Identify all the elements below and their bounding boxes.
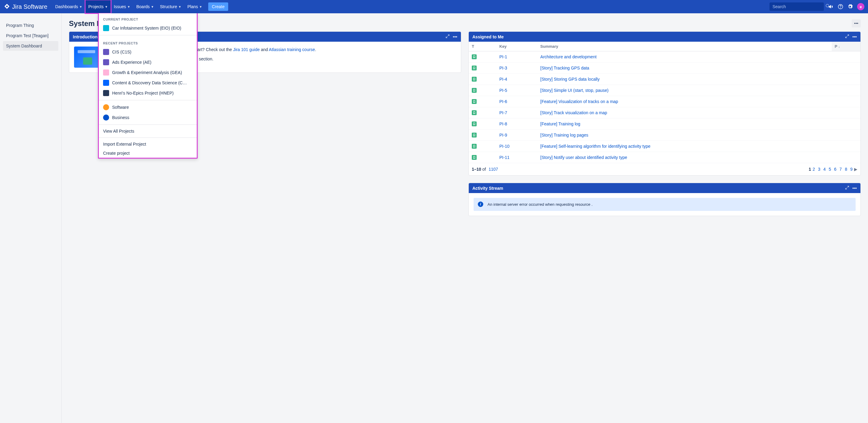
dropdown-project-item[interactable]: Growth & Experiment Analysis (GEA) bbox=[99, 67, 197, 78]
expand-icon[interactable] bbox=[845, 186, 849, 191]
issue-summary-link[interactable]: [Story] Training log pages bbox=[540, 133, 588, 137]
error-text: An internal server error occurred when r… bbox=[488, 202, 593, 207]
sidebar-item-system-dashboard[interactable]: System Dashboard bbox=[3, 41, 58, 51]
table-row: PI-8[Feature] Training log bbox=[469, 119, 861, 130]
issue-summary-link[interactable]: [Feature] Visualization of tracks on a m… bbox=[540, 99, 618, 104]
issue-key-link[interactable]: PI-8 bbox=[499, 122, 507, 126]
issue-summary-link[interactable]: [Story] Tracking GPS data bbox=[540, 66, 589, 70]
issue-summary-link[interactable]: [Feature] Self-learning algorithm for id… bbox=[540, 144, 650, 149]
sidebar: Program Thing Program Test [Teagan] Syst… bbox=[0, 13, 62, 423]
dropdown-project-item[interactable]: Ads Experience (AE) bbox=[99, 57, 197, 67]
search-input[interactable] bbox=[773, 4, 826, 9]
dropdown-action-item[interactable]: Create project bbox=[99, 149, 197, 158]
chevron-down-icon: ▼ bbox=[79, 5, 82, 8]
dots-icon: ••• bbox=[854, 21, 858, 26]
more-button[interactable]: ••• bbox=[852, 19, 861, 28]
chevron-down-icon: ▼ bbox=[151, 5, 154, 8]
dropdown-project-item[interactable]: CIS (C1S) bbox=[99, 47, 197, 57]
story-icon bbox=[472, 133, 476, 137]
issue-key-link[interactable]: PI-4 bbox=[499, 77, 507, 82]
page-current: 1 bbox=[809, 167, 811, 172]
issue-summary-link[interactable]: [Feature] Training log bbox=[540, 122, 580, 126]
megaphone-icon[interactable] bbox=[828, 4, 834, 9]
jira-101-link[interactable]: Jira 101 guide bbox=[233, 47, 259, 52]
col-key[interactable]: Key bbox=[496, 42, 537, 52]
project-avatar-icon bbox=[103, 49, 109, 55]
nav-issues[interactable]: Issues▼ bbox=[111, 0, 133, 13]
issue-key-link[interactable]: PI-11 bbox=[499, 155, 509, 160]
issue-key-link[interactable]: PI-3 bbox=[499, 66, 507, 70]
avatar[interactable]: e bbox=[857, 3, 864, 10]
dropdown-project-item[interactable]: Henri's No-Epics Project (HNEP) bbox=[99, 88, 197, 98]
dropdown-item-label: CIS (C1S) bbox=[112, 50, 131, 54]
table-row: PI-10[Feature] Self-learning algorithm f… bbox=[469, 141, 861, 152]
assigned-panel: Assigned to Me ••• T Key Summary P ↓ bbox=[468, 31, 861, 175]
next-page-icon[interactable]: ▶ bbox=[854, 167, 858, 172]
issue-summary-link[interactable]: Architecture and development bbox=[540, 54, 597, 59]
sidebar-item-program-test[interactable]: Program Test [Teagan] bbox=[3, 31, 58, 40]
dropdown-action-item[interactable]: Import External Project bbox=[99, 139, 197, 149]
dots-icon[interactable]: ••• bbox=[852, 34, 857, 39]
col-summary[interactable]: Summary bbox=[537, 42, 832, 52]
dropdown-item-label: Ads Experience (AE) bbox=[112, 60, 151, 65]
search-box[interactable] bbox=[770, 2, 824, 11]
story-icon bbox=[472, 122, 476, 126]
project-avatar-icon bbox=[103, 59, 109, 65]
expand-icon[interactable] bbox=[845, 34, 849, 39]
col-type[interactable]: T bbox=[469, 42, 496, 52]
nav-projects[interactable]: Projects▼ bbox=[85, 0, 111, 13]
dropdown-project-item[interactable]: Business bbox=[99, 112, 197, 123]
issue-summary-link[interactable]: [Story] Track visualization on a map bbox=[540, 110, 607, 115]
dropdown-action-item[interactable]: View All Projects bbox=[99, 127, 197, 136]
issue-key-link[interactable]: PI-7 bbox=[499, 110, 507, 115]
page-link[interactable]: 8 bbox=[845, 167, 847, 172]
logo[interactable]: Jira Software bbox=[4, 3, 48, 10]
issue-summary-link[interactable]: [Story] Notify user about identified act… bbox=[540, 155, 627, 160]
issue-key-link[interactable]: PI-5 bbox=[499, 88, 507, 93]
svg-point-3 bbox=[840, 7, 841, 8]
table-row: PI-3[Story] Tracking GPS data bbox=[469, 63, 861, 74]
create-button[interactable]: Create bbox=[208, 2, 228, 11]
total-link[interactable]: 1107 bbox=[489, 167, 498, 172]
issue-key-link[interactable]: PI-9 bbox=[499, 133, 507, 137]
page-link[interactable]: 6 bbox=[834, 167, 837, 172]
dots-icon[interactable]: ••• bbox=[852, 186, 857, 191]
page-link[interactable]: 4 bbox=[823, 167, 826, 172]
dropdown-project-item[interactable]: Content & Discovery Data Science (C… bbox=[99, 78, 197, 88]
dropdown-item-label: Business bbox=[112, 115, 129, 120]
nav-dashboards[interactable]: Dashboards▼ bbox=[52, 0, 85, 13]
nav-boards[interactable]: Boards▼ bbox=[133, 0, 157, 13]
page-link[interactable]: 7 bbox=[840, 167, 842, 172]
page-link[interactable]: 2 bbox=[813, 167, 815, 172]
dropdown-section-title: RECENT PROJECTS bbox=[99, 37, 197, 47]
project-avatar-icon bbox=[103, 90, 109, 96]
gear-icon[interactable] bbox=[847, 4, 853, 9]
page-link[interactable]: 9 bbox=[850, 167, 852, 172]
dropdown-project-item[interactable]: Car Infotainment System (EIO) (EIO) bbox=[99, 23, 197, 33]
panel-title: Assigned to Me bbox=[472, 34, 503, 39]
project-avatar-icon bbox=[103, 115, 109, 121]
dropdown-item-label: Growth & Experiment Analysis (GEA) bbox=[112, 70, 182, 75]
dropdown-project-item[interactable]: Software bbox=[99, 102, 197, 112]
nav-structure[interactable]: Structure▼ bbox=[157, 0, 184, 13]
training-link[interactable]: Atlassian training course bbox=[269, 47, 315, 52]
help-icon[interactable] bbox=[838, 4, 843, 9]
dropdown-item-label: Henri's No-Epics Project (HNEP) bbox=[112, 91, 174, 95]
col-priority[interactable]: P ↓ bbox=[832, 42, 861, 52]
jira-logo-icon bbox=[4, 3, 10, 10]
story-icon bbox=[472, 99, 476, 104]
issue-key-link[interactable]: PI-6 bbox=[499, 99, 507, 104]
issue-summary-link[interactable]: [Story] Simple UI (start, stop, pause) bbox=[540, 88, 609, 93]
issue-key-link[interactable]: PI-10 bbox=[499, 144, 509, 149]
story-icon bbox=[472, 66, 476, 70]
project-avatar-icon bbox=[103, 104, 109, 110]
dots-icon[interactable]: ••• bbox=[453, 34, 457, 39]
project-avatar-icon bbox=[103, 25, 109, 31]
expand-icon[interactable] bbox=[445, 34, 450, 39]
issue-summary-link[interactable]: [Story] Storing GPS data locally bbox=[540, 77, 600, 82]
page-link[interactable]: 3 bbox=[818, 167, 820, 172]
nav-plans[interactable]: Plans▼ bbox=[184, 0, 205, 13]
issue-key-link[interactable]: PI-1 bbox=[499, 54, 507, 59]
sidebar-item-program-thing[interactable]: Program Thing bbox=[3, 21, 58, 30]
page-link[interactable]: 5 bbox=[829, 167, 831, 172]
